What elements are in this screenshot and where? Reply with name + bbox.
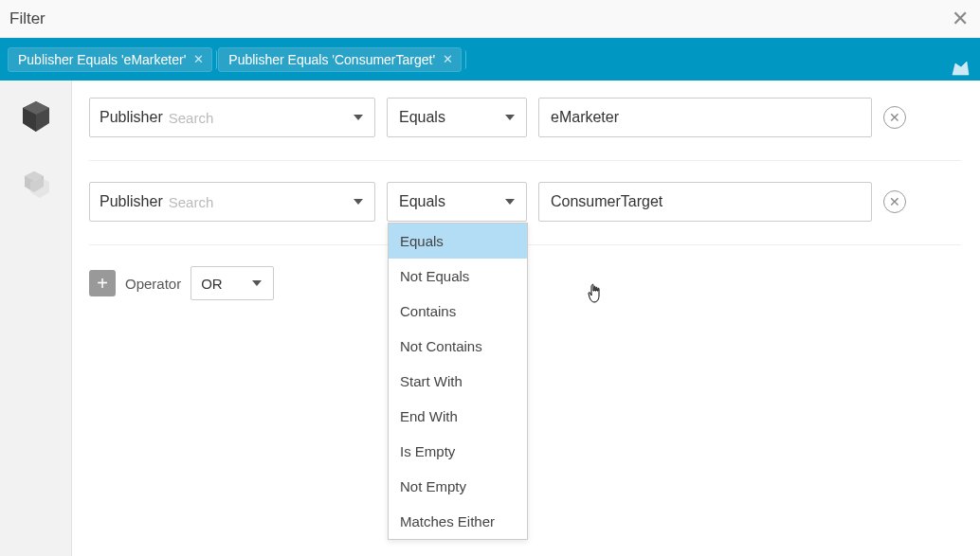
operator-option[interactable]: Matches Either [389, 504, 527, 539]
field-selector[interactable]: Publisher [89, 98, 375, 137]
filter-value-input[interactable] [538, 182, 872, 222]
operator-label: Operator [125, 276, 181, 292]
remove-row-button[interactable]: ✕ [883, 190, 906, 213]
sidebar-rail [0, 81, 72, 556]
operator-option[interactable]: Start With [389, 364, 527, 399]
field-label: Publisher [100, 109, 163, 126]
operator-option[interactable]: End With [389, 399, 527, 434]
chip-remove-icon[interactable]: ✕ [193, 52, 204, 66]
logic-value: OR [201, 276, 223, 292]
cursor-hand-icon [587, 283, 604, 304]
field-label: Publisher [100, 193, 163, 210]
dialog-header: Filter ✕ [0, 0, 980, 38]
remove-row-button[interactable]: ✕ [883, 106, 906, 129]
filter-builder: Publisher Equals ✕ Publisher Equals Equa… [72, 81, 980, 556]
add-filter-button[interactable]: + [89, 270, 116, 296]
cube-icon[interactable] [17, 98, 55, 135]
operator-option[interactable]: Contains [389, 294, 527, 329]
filter-chip[interactable]: Publisher Equals 'eMarketer' ✕ [8, 47, 212, 72]
operator-selector[interactable]: Equals [387, 98, 527, 137]
field-selector[interactable]: Publisher [89, 182, 375, 222]
chevron-down-icon [252, 280, 262, 286]
chip-label: Publisher Equals 'eMarketer' [18, 52, 186, 67]
operator-selector[interactable]: Equals EqualsNot EqualsContainsNot Conta… [387, 182, 527, 222]
filter-chip[interactable]: Publisher Equals 'ConsumerTarget' ✕ [218, 47, 462, 72]
operator-dropdown: EqualsNot EqualsContainsNot ContainsStar… [388, 223, 528, 540]
chevron-down-icon [505, 115, 515, 120]
operator-value: Equals [399, 193, 445, 210]
filter-row: Publisher Equals ✕ [89, 98, 961, 161]
chip-label: Publisher Equals 'ConsumerTarget' [228, 52, 435, 67]
cube-stack-icon[interactable] [17, 166, 55, 204]
dialog-title: Filter [9, 9, 45, 28]
filter-row: Publisher Equals EqualsNot EqualsContain… [89, 182, 961, 245]
field-search-input[interactable] [169, 194, 365, 210]
operator-option[interactable]: Not Empty [389, 469, 527, 504]
chevron-down-icon [505, 199, 515, 205]
chevron-down-icon [354, 115, 363, 120]
operator-value: Equals [399, 109, 445, 126]
operator-option[interactable]: Is Empty [389, 434, 527, 469]
operator-option[interactable]: Equals [389, 224, 527, 259]
sweep-icon[interactable] [950, 56, 972, 79]
dialog-body: Publisher Equals ✕ Publisher Equals Equa… [0, 81, 980, 556]
chevron-down-icon [354, 199, 363, 205]
operator-option[interactable]: Not Equals [389, 259, 527, 294]
operator-option[interactable]: Not Contains [389, 329, 527, 364]
chip-remove-icon[interactable]: ✕ [443, 52, 453, 66]
logic-operator-selector[interactable]: OR [191, 266, 274, 300]
filter-value-input[interactable] [538, 98, 872, 137]
filter-chip-bar: Publisher Equals 'eMarketer' ✕ Publisher… [0, 38, 980, 81]
field-search-input[interactable] [169, 110, 365, 126]
close-icon[interactable]: ✕ [952, 9, 969, 29]
